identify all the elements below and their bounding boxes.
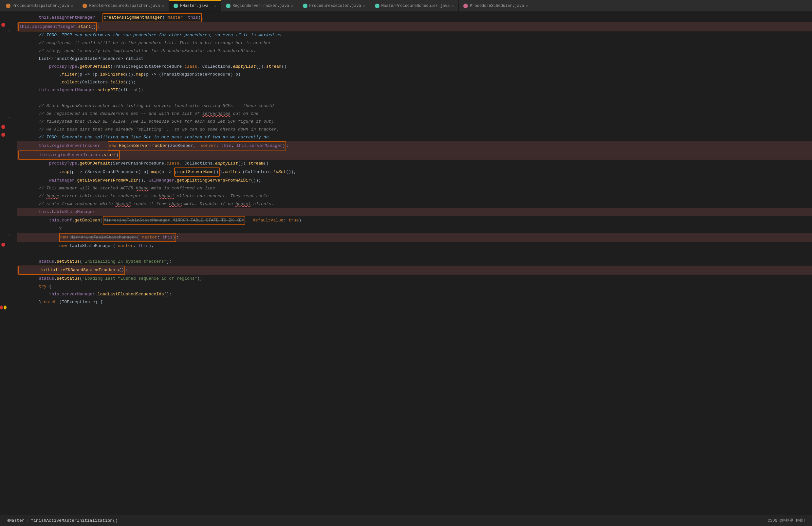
breadcrumb: HMaster › finishActiveMasterInitializati… bbox=[6, 518, 118, 523]
fold-arrow[interactable]: ▾ bbox=[6, 231, 12, 239]
editor-area: ▾ ▾ ▾ bbox=[0, 12, 812, 515]
status-right: CSDN @格格巫 MM©! bbox=[768, 518, 806, 523]
left-fold-markers: ▾ ▾ ▾ bbox=[6, 12, 12, 515]
highlighted-code: new MirroringTableStateManager( master: … bbox=[59, 233, 176, 242]
highlighted-code: this.assignmentManager.start() bbox=[18, 22, 97, 31]
code-line-highlighted: initializeZKBasedSystemTrackers(); bbox=[17, 266, 812, 275]
tab-icon bbox=[6, 4, 11, 8]
code-line: // state from zookeeper while hbase2 rea… bbox=[17, 200, 812, 208]
code-line-highlighted: new MirroringTableStateManager( master: … bbox=[17, 233, 812, 242]
tab-label: MasterProcedureScheduler.java bbox=[381, 4, 450, 8]
code-line: procsByType.getOrDefault(TransitRegionSt… bbox=[17, 63, 812, 71]
tab-label: ProcedureExecutor.java bbox=[309, 4, 361, 8]
highlighted-code: initializeZKBasedSystemTrackers() bbox=[18, 266, 125, 275]
tab-label: ProcedureScheduler.java bbox=[470, 4, 524, 8]
highlighted-code: new RegionServerTracker(zooKeeper, serve… bbox=[108, 141, 286, 150]
code-line-highlighted: this.tableStateManager = bbox=[17, 208, 812, 216]
tab-procedure-executor[interactable]: ProcedureExecutor.java ✕ bbox=[298, 0, 370, 12]
code-line: new TableStateManager( master: this); bbox=[17, 242, 812, 250]
tab-hmaster[interactable]: HMaster.java ✕ bbox=[169, 0, 221, 12]
code-line: procsByType.getOrDefault(ServerCrashProc… bbox=[17, 160, 812, 167]
tab-close[interactable]: ✕ bbox=[215, 4, 217, 8]
tab-close[interactable]: ✕ bbox=[162, 4, 164, 8]
code-line: status.setStatus("Loading last flushed s… bbox=[17, 275, 812, 283]
tab-icon bbox=[226, 4, 231, 8]
breakpoint-dot bbox=[1, 125, 5, 129]
status-bar: HMaster › finishActiveMasterInitializati… bbox=[0, 515, 812, 526]
highlighted-code: p.getServerName() bbox=[174, 167, 220, 177]
code-line: } catch (IOException e) { bbox=[17, 298, 812, 306]
tab-label: HMaster.java bbox=[180, 4, 208, 8]
breakpoint-column bbox=[0, 12, 6, 515]
tab-procedure-scheduler[interactable]: ProcedureScheduler.java ✕ bbox=[459, 0, 533, 12]
tab-close[interactable]: ✕ bbox=[71, 4, 73, 8]
breakpoint-dot bbox=[1, 133, 5, 137]
code-line: // This manager will be started AFTER hb… bbox=[17, 184, 812, 192]
tab-icon bbox=[375, 4, 379, 8]
breakpoint-dot-yellow bbox=[4, 305, 6, 310]
code-line: // hbase.mirror.table.state.to.zookeeper… bbox=[17, 192, 812, 200]
code-line: // Start RegionServerTracker with listin… bbox=[17, 102, 812, 110]
code-line: List<TransitRegionStateProcedure> ritLis… bbox=[17, 55, 812, 63]
tab-close[interactable]: ✕ bbox=[526, 4, 528, 8]
tab-close[interactable]: ✕ bbox=[451, 4, 454, 8]
breakpoint-dot bbox=[1, 23, 5, 27]
code-line-highlighted: this.regionServerTracker.start( bbox=[17, 150, 812, 160]
code-line: // be registered in the deadServers set … bbox=[17, 110, 812, 118]
highlighted-code: this.regionServerTracker.start( bbox=[18, 150, 120, 160]
code-line: ? bbox=[17, 225, 812, 233]
code-line: // TODO: TRSP can perform as the sub pro… bbox=[17, 31, 812, 39]
breadcrumb-method: finishActiveMasterInitialization() bbox=[31, 518, 118, 523]
code-line: // story, need to verify the implementat… bbox=[17, 47, 812, 55]
code-line: // TODO: Generate the splitting and live… bbox=[17, 134, 812, 141]
tab-close[interactable]: ✕ bbox=[291, 4, 293, 8]
code-line: .map(p -> (ServerCrashProcedure) p).map(… bbox=[17, 167, 812, 177]
tab-icon bbox=[174, 4, 178, 8]
tab-procedure-dispatcher[interactable]: ProcedureDispatcher.java ✕ bbox=[1, 0, 78, 12]
code-area: this.assignmentManager = createAssignmen… bbox=[12, 12, 812, 515]
code-line: this.assignmentManager = createAssignmen… bbox=[17, 13, 812, 22]
breadcrumb-class: HMaster bbox=[6, 518, 25, 523]
highlighted-code: MirroringTableStateManager.MIRROR_TABLE_… bbox=[103, 216, 245, 225]
breakpoint-dot bbox=[1, 243, 5, 247]
tab-icon bbox=[83, 4, 87, 8]
breakpoint-dot bbox=[0, 305, 3, 310]
breadcrumb-arrow: › bbox=[27, 518, 29, 523]
tab-region-server-tracker[interactable]: RegionServerTracker.java ✕ bbox=[221, 0, 298, 12]
code-line: this.serverManager.loadLastFlushedSequen… bbox=[17, 290, 812, 298]
tab-close[interactable]: ✕ bbox=[363, 4, 365, 8]
tab-master-procedure-scheduler[interactable]: MasterProcedureScheduler.java ✕ bbox=[370, 0, 459, 12]
code-line: this.assignmentManager.setupRIT(ritList)… bbox=[17, 86, 812, 94]
tab-remote-procedure-dispatcher[interactable]: RemoteProcedureDispatcher.java ✕ bbox=[78, 0, 169, 12]
fold-arrow[interactable]: ▾ bbox=[6, 114, 12, 122]
code-line: // filesystem that COULD BE 'alive' (we'… bbox=[17, 118, 812, 125]
tab-label: RemoteProcedureDispatcher.java bbox=[89, 4, 160, 8]
code-line-highlighted: this.assignmentManager.start(); bbox=[17, 22, 812, 31]
tab-label: ProcedureDispatcher.java bbox=[12, 4, 69, 8]
tab-bar: ProcedureDispatcher.java ✕ RemoteProcedu… bbox=[0, 0, 812, 12]
code-line bbox=[17, 94, 812, 102]
code-line: try { bbox=[17, 283, 812, 290]
code-line: // completed, it could still be in the p… bbox=[17, 39, 812, 47]
code-line: .filter(p -> !p.isFinished()).map(p -> (… bbox=[17, 71, 812, 78]
tab-label: RegionServerTracker.java bbox=[232, 4, 289, 8]
tab-icon bbox=[303, 4, 307, 8]
code-line: // We also pass dirs that are already 's… bbox=[17, 125, 812, 134]
tab-icon bbox=[463, 4, 468, 8]
code-line: this.conf.getBoolean(MirroringTableState… bbox=[17, 216, 812, 225]
code-line: status.setStatus("Initializing ZK system… bbox=[17, 258, 812, 266]
code-line bbox=[17, 250, 812, 258]
code-line: walManager.getLiveServersFromWALDir(), w… bbox=[17, 177, 812, 184]
code-line: .collect(Collectors.toList()); bbox=[17, 78, 812, 86]
fold-arrow[interactable]: ▾ bbox=[6, 28, 12, 35]
code-line-highlighted: this.regionServerTracker = new RegionSer… bbox=[17, 141, 812, 150]
highlighted-code: createAssignmentManager( master: this) bbox=[102, 13, 202, 22]
